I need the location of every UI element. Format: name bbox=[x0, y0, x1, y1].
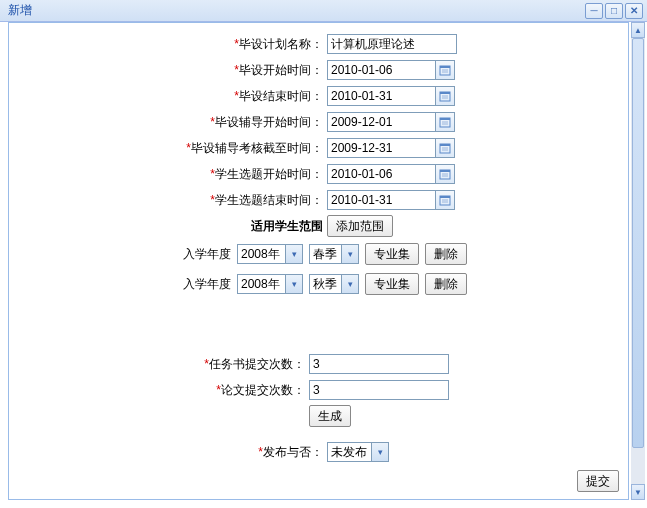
chevron-down-icon[interactable]: ▾ bbox=[341, 244, 359, 264]
start-time-input[interactable] bbox=[327, 60, 435, 80]
term-select[interactable]: 春季 ▾ bbox=[309, 244, 359, 264]
svg-rect-5 bbox=[440, 92, 450, 94]
window-title: 新增 bbox=[8, 2, 32, 19]
svg-rect-13 bbox=[440, 144, 450, 146]
chevron-down-icon[interactable]: ▾ bbox=[371, 442, 389, 462]
close-button[interactable]: ✕ bbox=[625, 3, 643, 19]
year-label: 入学年度 bbox=[183, 276, 231, 293]
tutor-deadline-label: *毕设辅导考核截至时间： bbox=[9, 140, 327, 157]
content-pane: *毕设计划名称： *毕设开始时间： *毕设结束时间： bbox=[8, 22, 629, 500]
window-titlebar: 新增 ─ □ ✕ bbox=[0, 0, 647, 22]
range-row: 入学年度 2008年 ▾ 秋季 ▾ 专业集 删除 bbox=[9, 269, 628, 299]
submit-button[interactable]: 提交 bbox=[577, 470, 619, 492]
minimize-button[interactable]: ─ bbox=[585, 3, 603, 19]
topic-end-picker-button[interactable] bbox=[435, 190, 455, 210]
calendar-icon bbox=[439, 194, 451, 206]
svg-rect-1 bbox=[440, 66, 450, 68]
topic-start-picker-button[interactable] bbox=[435, 164, 455, 184]
task-count-input[interactable] bbox=[309, 354, 449, 374]
svg-rect-21 bbox=[440, 196, 450, 198]
scroll-track[interactable] bbox=[631, 38, 645, 484]
topic-start-input[interactable] bbox=[327, 164, 435, 184]
topic-start-label: *学生选题开始时间： bbox=[9, 166, 327, 183]
tutor-start-input[interactable] bbox=[327, 112, 435, 132]
scroll-down-button[interactable]: ▼ bbox=[631, 484, 645, 500]
maximize-button[interactable]: □ bbox=[605, 3, 623, 19]
calendar-icon bbox=[439, 142, 451, 154]
delete-button[interactable]: 删除 bbox=[425, 273, 467, 295]
scope-label: 适用学生范围 bbox=[9, 218, 327, 235]
paper-count-input[interactable] bbox=[309, 380, 449, 400]
tutor-deadline-picker-button[interactable] bbox=[435, 138, 455, 158]
end-time-label: *毕设结束时间： bbox=[9, 88, 327, 105]
delete-button[interactable]: 删除 bbox=[425, 243, 467, 265]
topic-end-input[interactable] bbox=[327, 190, 435, 210]
vertical-scrollbar[interactable]: ▲ ▼ bbox=[631, 22, 645, 500]
end-time-input[interactable] bbox=[327, 86, 435, 106]
window-controls: ─ □ ✕ bbox=[585, 3, 643, 19]
tutor-start-picker-button[interactable] bbox=[435, 112, 455, 132]
year-label: 入学年度 bbox=[183, 246, 231, 263]
start-time-picker-button[interactable] bbox=[435, 60, 455, 80]
svg-rect-17 bbox=[440, 170, 450, 172]
generate-button[interactable]: 生成 bbox=[309, 405, 351, 427]
scroll-thumb[interactable] bbox=[632, 38, 644, 448]
tutor-start-label: *毕设辅导开始时间： bbox=[9, 114, 327, 131]
term-select[interactable]: 秋季 ▾ bbox=[309, 274, 359, 294]
svg-rect-9 bbox=[440, 118, 450, 120]
calendar-icon bbox=[439, 90, 451, 102]
calendar-icon bbox=[439, 64, 451, 76]
range-row: 入学年度 2008年 ▾ 春季 ▾ 专业集 删除 bbox=[9, 239, 628, 269]
paper-count-label: *论文提交次数： bbox=[9, 382, 309, 399]
major-button[interactable]: 专业集 bbox=[365, 273, 419, 295]
publish-select[interactable]: 未发布 ▾ bbox=[327, 442, 389, 462]
topic-end-label: *学生选题结束时间： bbox=[9, 192, 327, 209]
plan-name-input[interactable] bbox=[327, 34, 457, 54]
publish-label: *发布与否： bbox=[9, 444, 327, 461]
start-time-label: *毕设开始时间： bbox=[9, 62, 327, 79]
calendar-icon bbox=[439, 168, 451, 180]
scroll-up-button[interactable]: ▲ bbox=[631, 22, 645, 38]
tutor-deadline-input[interactable] bbox=[327, 138, 435, 158]
chevron-down-icon[interactable]: ▾ bbox=[285, 274, 303, 294]
major-button[interactable]: 专业集 bbox=[365, 243, 419, 265]
year-select[interactable]: 2008年 ▾ bbox=[237, 274, 303, 294]
plan-name-label: *毕设计划名称： bbox=[9, 36, 327, 53]
chevron-down-icon[interactable]: ▾ bbox=[341, 274, 359, 294]
chevron-down-icon[interactable]: ▾ bbox=[285, 244, 303, 264]
add-scope-button[interactable]: 添加范围 bbox=[327, 215, 393, 237]
end-time-picker-button[interactable] bbox=[435, 86, 455, 106]
year-select[interactable]: 2008年 ▾ bbox=[237, 244, 303, 264]
calendar-icon bbox=[439, 116, 451, 128]
task-count-label: *任务书提交次数： bbox=[9, 356, 309, 373]
